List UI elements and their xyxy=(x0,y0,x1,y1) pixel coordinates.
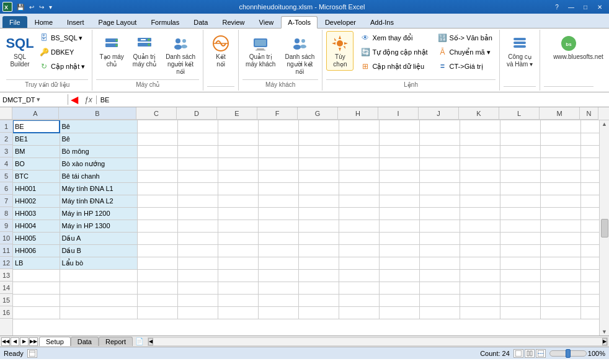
tab-insert[interactable]: Insert xyxy=(60,16,91,28)
bs-sql-btn[interactable]: 🗄 BS_SQL ▾ xyxy=(36,31,88,45)
cell-B7[interactable]: Máy tính ĐNA L2 xyxy=(60,195,137,207)
cell-A15[interactable] xyxy=(13,294,60,306)
tab-data[interactable]: Data xyxy=(187,16,215,28)
cell-B12[interactable]: Lẩu bò xyxy=(60,257,137,269)
restore-btn[interactable]: □ xyxy=(579,1,592,13)
hscroll-right-btn[interactable]: ▶ xyxy=(602,338,607,345)
tab-addins[interactable]: Add-Ins xyxy=(363,16,401,28)
cell-A3[interactable]: BM xyxy=(13,145,60,158)
chuyen-ma-btn[interactable]: Ā Chuyển mã ▾ xyxy=(435,45,496,59)
ds-nguoi-ket-noi-client-btn[interactable]: Danh sáchngười kết nối xyxy=(281,31,318,78)
page-layout-view-btn[interactable] xyxy=(525,349,535,358)
scroll-thumb[interactable] xyxy=(601,219,608,237)
zoom-thumb[interactable] xyxy=(566,349,571,358)
tab-review[interactable]: Review xyxy=(215,16,251,28)
sheet-prev-btn[interactable]: ◀ xyxy=(11,337,19,346)
help-btn[interactable]: ? xyxy=(550,1,564,13)
row-header-15[interactable]: 15 xyxy=(0,294,12,306)
tab-page-layout[interactable]: Page Layout xyxy=(92,16,144,28)
page-view-icon[interactable] xyxy=(27,349,37,358)
cell-B9[interactable]: Máy in HP 1300 xyxy=(60,220,137,232)
page-break-view-btn[interactable] xyxy=(536,349,546,358)
cell-A8[interactable]: HH003 xyxy=(13,207,60,220)
cell-A9[interactable]: HH004 xyxy=(13,220,60,232)
website-btn[interactable]: bs www.bluesofts.net xyxy=(544,31,593,63)
cell-A5[interactable]: BTC xyxy=(13,170,60,182)
col-header-F[interactable]: F xyxy=(257,107,298,120)
quan-tri-may-chu-btn[interactable]: Quản trịmáy chủ xyxy=(130,31,159,71)
sheet-first-btn[interactable]: ◀◀ xyxy=(1,337,10,346)
col-header-G[interactable]: G xyxy=(298,107,338,120)
cell-B4[interactable]: Bò xào nướng xyxy=(60,158,137,170)
tab-atools[interactable]: A-Tools xyxy=(281,16,318,29)
cell-B11[interactable]: Dầu B xyxy=(60,244,137,257)
col-header-K[interactable]: K xyxy=(459,107,499,120)
col-header-J[interactable]: J xyxy=(419,107,459,120)
scroll-up-btn[interactable]: ▲ xyxy=(602,121,607,127)
sheet-next-btn[interactable]: ▶ xyxy=(20,337,29,346)
cell-A14[interactable] xyxy=(13,282,60,294)
row-header-4[interactable]: 4 xyxy=(0,158,12,170)
row-header-5[interactable]: 5 xyxy=(0,170,12,182)
xem-thay-doi-btn[interactable]: 👁 Xem thay đổi xyxy=(357,31,430,45)
horizontal-scrollbar[interactable]: ◀ ▶ xyxy=(148,337,608,346)
tab-home[interactable]: Home xyxy=(28,16,60,28)
cell-A13[interactable] xyxy=(13,269,60,282)
row-header-11[interactable]: 11 xyxy=(0,244,12,257)
tab-formulas[interactable]: Formulas xyxy=(144,16,186,28)
col-header-M[interactable]: M xyxy=(540,107,580,120)
col-header-D[interactable]: D xyxy=(177,107,217,120)
tab-view[interactable]: View xyxy=(252,16,281,28)
cell-A16[interactable] xyxy=(13,306,60,319)
ct-gia-tri-btn[interactable]: = CT->Giá trị xyxy=(435,60,496,73)
quan-tri-may-khach-btn[interactable]: Quản trịmáy khách xyxy=(242,31,278,71)
hscroll-left-btn[interactable]: ◀ xyxy=(148,338,153,345)
tao-may-chu-btn[interactable]: Tạo máychủ xyxy=(96,31,127,71)
row-header-14[interactable]: 14 xyxy=(0,282,12,294)
cell-B8[interactable]: Máy in HP 1200 xyxy=(60,207,137,220)
cell-B2[interactable]: Bê xyxy=(60,133,137,145)
cell-B10[interactable]: Dầu A xyxy=(60,232,137,244)
cap-nhat-du-lieu-btn[interactable]: ⊞ Cập nhật dữ liệu xyxy=(357,60,430,73)
col-header-B[interactable]: B xyxy=(59,107,136,120)
customize-quick-btn[interactable]: ▾ xyxy=(47,3,54,11)
sheet-tab-report[interactable]: Report xyxy=(99,337,133,346)
minimize-btn[interactable]: — xyxy=(564,1,578,13)
so-van-ban-btn[interactable]: 🔢 Số-> Văn bản xyxy=(435,31,496,45)
cell-A2[interactable]: BE1 xyxy=(13,133,60,145)
col-header-N[interactable]: N xyxy=(580,107,598,120)
col-header-E[interactable]: E xyxy=(217,107,257,120)
row-header-13[interactable]: 13 xyxy=(0,269,12,282)
row-header-10[interactable]: 10 xyxy=(0,232,12,244)
row-header-8[interactable]: 8 xyxy=(0,207,12,220)
cell-A11[interactable]: HH006 xyxy=(13,244,60,257)
tab-developer[interactable]: Developer xyxy=(318,16,363,28)
cell-A7[interactable]: HH002 xyxy=(13,195,60,207)
row-header-7[interactable]: 7 xyxy=(0,195,12,207)
col-header-H[interactable]: H xyxy=(338,107,378,120)
row-header-3[interactable]: 3 xyxy=(0,145,12,158)
cell-B5[interactable]: Bê tái chanh xyxy=(60,170,137,182)
cell-A6[interactable]: HH001 xyxy=(13,182,60,195)
sheet-tab-setup[interactable]: Setup xyxy=(39,337,71,346)
row-header-16[interactable]: 16 xyxy=(0,306,12,319)
cong-cu-ham-btn[interactable]: Công cụvà Hàm ▾ xyxy=(504,31,536,71)
redo-quick-btn[interactable]: ↪ xyxy=(37,3,46,11)
row-header-2[interactable]: 2 xyxy=(0,133,12,145)
zoom-slider[interactable] xyxy=(549,350,587,357)
vertical-scrollbar[interactable]: ▲ ▼ xyxy=(599,120,609,335)
row-header-9[interactable]: 9 xyxy=(0,220,12,232)
sheet-last-btn[interactable]: ▶▶ xyxy=(29,337,38,346)
cell-A4[interactable]: BO xyxy=(13,158,60,170)
ds-nguoi-ket-noi-server-btn[interactable]: Danh sáchngười kết nối xyxy=(162,31,199,78)
cell-A10[interactable]: HH005 xyxy=(13,232,60,244)
row-header-12[interactable]: 12 xyxy=(0,257,12,269)
sheet-tab-add-btn[interactable]: 📄 xyxy=(133,337,146,346)
col-header-I[interactable]: I xyxy=(378,107,419,120)
name-box[interactable]: DMCT_DT ▾ xyxy=(0,94,68,105)
cell-B6[interactable]: Máy tính ĐNA L1 xyxy=(60,182,137,195)
cell-B3[interactable]: Bò mông xyxy=(60,145,137,158)
cap-nhat-btn[interactable]: ↻ Cập nhật ▾ xyxy=(36,60,88,73)
formula-input[interactable] xyxy=(97,96,609,104)
normal-view-btn[interactable] xyxy=(513,349,523,358)
